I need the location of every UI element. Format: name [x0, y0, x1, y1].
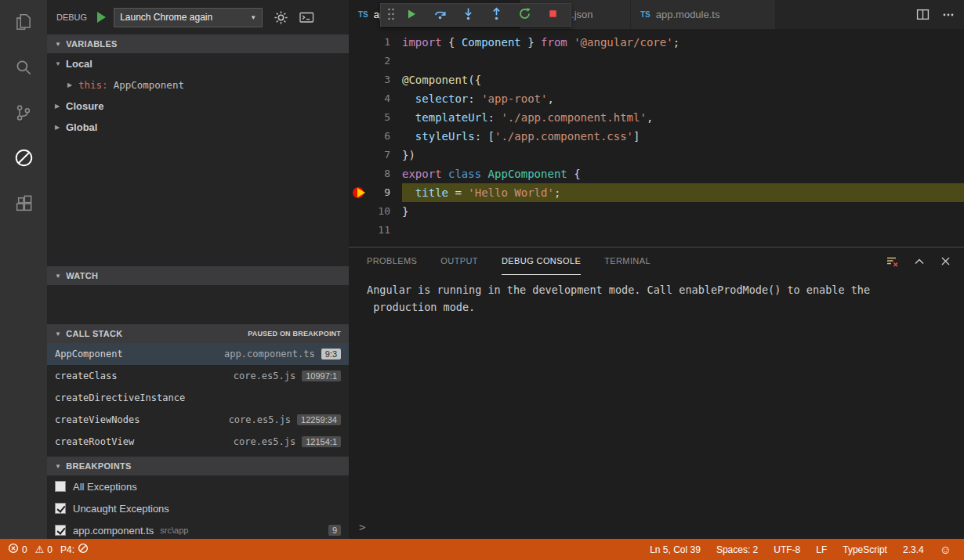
warning-count[interactable]: ⚠ 0 — [35, 544, 53, 555]
code-text[interactable]: selector: 'app-root', — [402, 89, 964, 108]
variables-scope-closure[interactable]: ▶Closure — [47, 96, 349, 117]
debug-console-input[interactable]: > — [359, 521, 365, 533]
breakpoint-item[interactable]: app.component.tssrc\app9 — [47, 519, 349, 539]
frame-file: app.component.ts — [224, 349, 315, 359]
variable-item[interactable]: ▶this:AppComponent — [47, 74, 349, 96]
status-eol[interactable]: LF — [816, 544, 827, 555]
code-text[interactable]: import { Component } from '@angular/core… — [402, 33, 964, 52]
gutter[interactable]: 11 — [349, 221, 402, 240]
close-panel-icon[interactable] — [940, 255, 951, 267]
restart-button[interactable] — [510, 4, 538, 26]
continue-button[interactable] — [397, 4, 426, 26]
gutter[interactable]: 1 — [349, 33, 402, 52]
call-stack-frame[interactable]: createViewNodescore.es5.js12259:34 — [47, 409, 349, 431]
feedback-smiley-icon[interactable]: ☺ — [940, 543, 951, 556]
scm-status[interactable]: P4: — [60, 543, 89, 556]
gutter[interactable]: 10 — [349, 202, 402, 221]
step-over-button[interactable] — [426, 4, 454, 26]
call-stack-frame[interactable]: createRootViewcore.es5.js12154:1 — [47, 431, 349, 453]
gutter[interactable]: 4 — [349, 89, 402, 108]
twistie-icon: ▼ — [55, 41, 61, 48]
code-text[interactable]: styleUrls: ['./app.component.css'] — [402, 127, 964, 146]
gutter[interactable]: 3 — [349, 70, 402, 89]
panel-tab-debug-console[interactable]: DEBUG CONSOLE — [502, 247, 581, 275]
warning-count-value: 0 — [47, 544, 53, 555]
start-debugging-button[interactable] — [97, 12, 106, 23]
line-number: 3 — [384, 74, 390, 85]
gutter[interactable]: 2 — [349, 52, 402, 70]
line-number: 1 — [384, 36, 390, 48]
status-cursor-position[interactable]: Ln 5, Col 39 — [650, 544, 701, 555]
gutter[interactable]: 7 — [349, 146, 402, 164]
call-stack-frame[interactable]: AppComponentapp.component.ts9:3 — [47, 343, 349, 365]
code-line: 8export class AppComponent { — [349, 164, 964, 183]
editor-tab-app.module.ts[interactable]: TSapp.module.ts — [631, 0, 776, 29]
section-title: CALL STACK — [66, 329, 122, 338]
frame-name: createClass — [55, 370, 117, 381]
debug-icon — [13, 147, 34, 171]
code-token: ; — [554, 186, 560, 199]
line-number: 8 — [384, 168, 390, 179]
activity-bar-item-source-control[interactable] — [5, 97, 42, 130]
launch-config-dropdown[interactable]: Launch Chrome again ▼ — [114, 8, 263, 27]
gutter[interactable]: 9 — [349, 183, 402, 202]
call-stack-frame[interactable]: createDirectiveInstance — [47, 387, 349, 409]
code-editor[interactable]: 1import { Component } from '@angular/cor… — [349, 29, 964, 240]
code-token: './app.component.css' — [495, 130, 633, 143]
stop-button[interactable] — [538, 4, 567, 26]
status-indentation[interactable]: Spaces: 2 — [716, 544, 758, 555]
variables-scope-local[interactable]: ▼Local — [47, 53, 349, 74]
code-text[interactable]: } — [402, 202, 964, 221]
breakpoint-checkbox[interactable] — [55, 503, 66, 514]
paused-status: PAUSED ON BREAKPOINT — [248, 330, 341, 338]
breakpoints-section-header[interactable]: ▼ BREAKPOINTS — [47, 457, 349, 475]
gutter[interactable]: 5 — [349, 108, 402, 127]
breakpoint-checkbox[interactable] — [55, 525, 66, 536]
breakpoint-item[interactable]: Uncaught Exceptions — [47, 497, 349, 519]
toolbar-drag-grip[interactable] — [385, 4, 397, 26]
watch-section-header[interactable]: ▼ WATCH — [47, 266, 349, 285]
activity-bar-item-search[interactable] — [5, 52, 42, 85]
debug-console-toggle-icon[interactable] — [299, 11, 314, 23]
activity-bar-item-debug[interactable] — [5, 143, 42, 175]
breakpoint-item[interactable]: All Exceptions — [47, 475, 349, 497]
code-text[interactable] — [402, 221, 964, 240]
breakpoint-label: Uncaught Exceptions — [73, 503, 169, 515]
call-stack-frame[interactable]: createClasscore.es5.js10997:1 — [47, 365, 349, 387]
more-actions-icon[interactable] — [942, 9, 955, 21]
code-text[interactable]: @Component({ — [402, 70, 964, 89]
breakpoint-checkbox[interactable] — [55, 481, 66, 492]
panel-tab-terminal[interactable]: TERMINAL — [604, 247, 651, 275]
chevron-down-icon: ▼ — [250, 14, 256, 21]
panel-tab-problems[interactable]: PROBLEMS — [367, 247, 417, 275]
gutter[interactable]: 6 — [349, 127, 402, 146]
code-text[interactable]: }) — [402, 146, 964, 164]
section-title: BREAKPOINTS — [66, 461, 131, 471]
variables-section-header[interactable]: ▼ VARIABLES — [47, 34, 349, 53]
split-editor-icon[interactable] — [916, 8, 930, 21]
status-version[interactable]: 2.3.4 — [903, 544, 924, 555]
call-stack-section-header[interactable]: ▼ CALL STACK PAUSED ON BREAKPOINT — [47, 324, 349, 343]
maximize-panel-icon[interactable] — [913, 255, 926, 268]
code-text[interactable] — [402, 52, 964, 70]
panel-tab-output[interactable]: OUTPUT — [440, 247, 478, 275]
error-count[interactable]: 0 — [8, 543, 27, 556]
step-out-button[interactable] — [482, 4, 510, 26]
clear-console-icon[interactable] — [886, 255, 899, 268]
code-text[interactable]: title = 'Hello World'; — [402, 183, 964, 202]
code-text[interactable]: export class AppComponent { — [402, 164, 964, 183]
scope-name: Local — [66, 58, 92, 70]
variables-scope-global[interactable]: ▶Global — [47, 117, 349, 138]
scm-label: P4: — [60, 544, 74, 555]
step-into-button[interactable] — [454, 4, 482, 26]
status-encoding[interactable]: UTF-8 — [774, 544, 800, 555]
editor-actions — [916, 0, 955, 29]
code-token: , — [647, 111, 653, 124]
status-language[interactable]: TypeScript — [843, 544, 887, 555]
activity-bar-item-extensions[interactable] — [5, 188, 42, 221]
code-text[interactable]: templateUrl: './app.component.html', — [402, 108, 964, 127]
activity-bar-item-explorer[interactable] — [5, 6, 42, 39]
gutter[interactable]: 8 — [349, 164, 402, 183]
gear-icon[interactable] — [274, 11, 288, 24]
section-title: WATCH — [66, 271, 98, 280]
